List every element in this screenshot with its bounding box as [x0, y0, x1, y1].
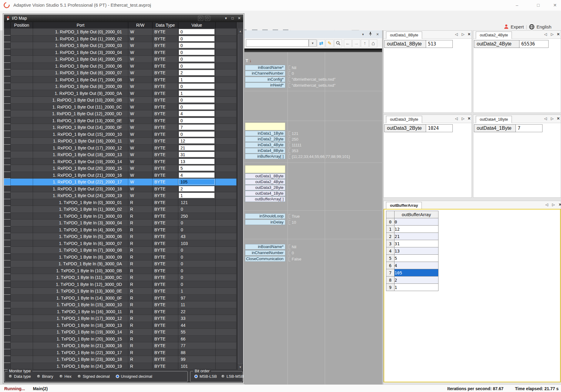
port-label-inbufferarray-[interactable]: inBufferArray[ ] — [245, 154, 285, 159]
up-icon[interactable]: ↑ — [361, 39, 369, 47]
io-map-scrollbar[interactable]: ▲ ▼ — [237, 28, 243, 370]
port-cell[interactable]: 1. RxPDO_1 Byte Out (14)_2000_0F — [33, 124, 128, 131]
io-map-row[interactable]: 1. RxPDO_1 Byte Out (18)_2000_13WBYTE31 — [4, 151, 237, 158]
value-input[interactable]: 0 — [179, 49, 215, 55]
buffer-row[interactable]: 221 — [386, 233, 438, 240]
port-label-inshouldloop[interactable]: inShouldLoop — [245, 213, 285, 219]
io-map-row[interactable]: 1. TxPDO_1 Byte In (20)_3000_15RBYTE66 — [4, 336, 237, 343]
row-selector[interactable] — [4, 308, 11, 315]
value-input[interactable]: 0 — [179, 29, 215, 35]
tab-close-icon[interactable]: ✕ — [555, 32, 561, 36]
port-cell[interactable]: 1. RxPDO_1 Byte Out (5)_2000_06 — [33, 63, 128, 70]
buffer-row[interactable]: 00 — [386, 218, 438, 226]
tab-outbufferarray[interactable]: outBufferArray — [386, 202, 422, 209]
row-selector[interactable] — [4, 226, 11, 233]
tab-outdata1_8byte[interactable]: outData1_8Byte — [386, 32, 422, 39]
port-cell[interactable]: 1. RxPDO_1 Byte Out (8)_2000_09 — [33, 83, 128, 90]
radio-msb-lsb[interactable]: MSB-LSB — [194, 374, 217, 379]
value-input[interactable]: 0 — [179, 63, 215, 69]
port-cell[interactable]: 1. RxPDO_1 Byte Out (2)_2000_03 — [33, 42, 128, 49]
io-map-row[interactable]: 1. TxPDO_1 Byte In (6)_3000_07RBYTE103 — [4, 240, 237, 247]
row-selector[interactable] — [4, 322, 11, 329]
value-input[interactable]: 4 — [179, 172, 215, 178]
io-map-row[interactable]: 1. TxPDO_1 Byte In (0)_3000_01RBYTE121 — [4, 199, 237, 206]
port-label-inchannelnumber[interactable]: inChannelNumber — [245, 250, 285, 256]
tab-next-icon[interactable]: ▷ — [549, 32, 555, 36]
row-selector[interactable] — [4, 165, 11, 172]
row-selector[interactable] — [4, 42, 11, 49]
value-input[interactable]: 0 — [179, 118, 215, 123]
buffer-value-cell[interactable]: 0 — [395, 218, 438, 226]
port-label-indata2-2byte[interactable]: inData2_2Byte — [245, 136, 285, 142]
buffer-row[interactable]: 331 — [386, 240, 438, 247]
io-map-row[interactable]: 1. TxPDO_1 Byte In (22)_3000_17RBYTE88 — [4, 349, 237, 356]
radio-icon[interactable] — [37, 374, 41, 378]
row-selector[interactable] — [4, 186, 11, 193]
column-header-blank[interactable] — [216, 22, 237, 28]
io-map-row[interactable]: 1. TxPDO_1 Byte In (8)_3000_09RBYTE0 — [4, 254, 237, 261]
io-map-row[interactable]: 1. RxPDO_1 Byte Out (15)_2000_10WBYTE0 — [4, 131, 237, 138]
io-map-row[interactable]: 1. RxPDO_1 Byte Out (12)_2000_0DWBYTE4 — [4, 110, 237, 117]
port-cell[interactable]: 1. TxPDO_1 Byte In (19)_3000_14 — [33, 329, 128, 336]
buffer-value-cell[interactable]: 4 — [395, 262, 438, 269]
language-button[interactable]: English — [536, 24, 551, 29]
io-map-titlebar[interactable]: I/O Map ▾ □ ✕ — [4, 15, 243, 22]
panel-close-icon[interactable]: ✕ — [375, 32, 380, 37]
io-map-row[interactable]: 1. RxPDO_1 Byte Out (8)_2000_09WBYTE0 — [4, 83, 237, 90]
row-selector[interactable] — [4, 267, 11, 274]
io-map-row[interactable]: 1. RxPDO_1 Byte Out (20)_2000_15WBYTE5 — [4, 165, 237, 172]
io-map-row[interactable]: 1. RxPDO_1 Byte Out (21)_2000_16WBYTE4 — [4, 172, 237, 179]
panel-menu-icon[interactable]: ▾ — [360, 32, 366, 37]
io-map-row[interactable]: 1. RxPDO_1 Byte Out (11)_2000_0CWBYTE0 — [4, 104, 237, 111]
row-selector[interactable] — [4, 206, 11, 213]
buffer-row[interactable]: 91 — [386, 284, 438, 291]
row-selector[interactable] — [4, 295, 11, 302]
row-selector[interactable] — [4, 69, 11, 76]
edit-icon[interactable]: ✎ — [326, 39, 334, 47]
value-input[interactable]: 0 — [179, 83, 215, 89]
filter-search-combobox[interactable] — [246, 39, 309, 47]
row-selector[interactable] — [4, 131, 11, 138]
row-selector[interactable] — [4, 219, 11, 226]
tab-next-icon[interactable]: ▷ — [460, 32, 466, 36]
port-cell[interactable]: 1. TxPDO_1 Byte In (21)_3000_16 — [33, 342, 128, 349]
value-input[interactable]: 1 — [179, 193, 215, 198]
row-selector[interactable] — [4, 124, 11, 131]
row-selector[interactable] — [4, 274, 11, 281]
row-selector[interactable] — [4, 151, 11, 158]
row-selector[interactable] — [4, 97, 11, 104]
port-label-outdata1-8byte[interactable]: outData1_8Byte — [245, 173, 285, 179]
port-cell[interactable]: 1. RxPDO_1 Byte Out (15)_2000_10 — [33, 131, 128, 138]
io-map-row[interactable]: 1. TxPDO_1 Byte In (13)_3000_0ERBYTE1 — [4, 288, 237, 295]
forward-icon[interactable]: → — [352, 39, 360, 47]
filter-header-box[interactable] — [245, 122, 285, 130]
buffer-value-cell[interactable]: 105 — [395, 269, 438, 276]
value-input[interactable]: 1 — [179, 90, 215, 96]
scroll-up-icon[interactable]: ▲ — [237, 28, 243, 34]
buffer-row[interactable]: 64 — [386, 262, 438, 269]
port-cell[interactable]: 1. RxPDO_1 Byte Out (22)_2000_17 — [33, 179, 128, 186]
port-cell[interactable]: 1. RxPDO_1 Byte Out (7)_2000_08 — [33, 76, 128, 83]
buffer-value-cell[interactable]: 5 — [395, 255, 438, 262]
port-cell[interactable]: 1. TxPDO_1 Byte In (2)_3000_03 — [33, 213, 128, 220]
row-selector[interactable] — [4, 349, 11, 356]
io-map-row[interactable]: 1. RxPDO_1 Byte Out (10)_2000_0BWBYTE0 — [4, 97, 237, 104]
row-selector[interactable] — [4, 356, 11, 363]
port-cell[interactable]: 1. RxPDO_1 Byte Out (20)_2000_15 — [33, 165, 128, 172]
port-cell[interactable]: 1. RxPDO_1 Byte Out (9)_2000_0A — [33, 90, 128, 97]
radio-icon[interactable] — [116, 374, 119, 378]
row-selector[interactable] — [4, 83, 11, 90]
port-cell[interactable]: 1. RxPDO_1 Byte Out (1)_2000_02 — [33, 35, 128, 42]
io-map-row[interactable]: 1. TxPDO_1 Byte In (17)_3000_12RBYTE33 — [4, 315, 237, 322]
port-label-inboardname-[interactable]: inBoardName* — [245, 244, 285, 250]
port-cell[interactable]: 1. TxPDO_1 Byte In (4)_3000_05 — [33, 226, 128, 233]
row-selector[interactable] — [4, 301, 11, 308]
io-map-row[interactable]: 1. RxPDO_1 Byte Out (2)_2000_03WBYTE0 — [4, 42, 237, 49]
filter-header-box[interactable] — [245, 165, 285, 173]
io-map-row[interactable]: 1. TxPDO_1 Byte In (2)_3000_03RBYTE250 — [4, 213, 237, 220]
port-label-indata3-4byte[interactable]: inData3_4Byte — [245, 142, 285, 148]
io-map-row[interactable]: 1. RxPDO_1 Byte Out (3)_2000_04WBYTE0 — [4, 49, 237, 56]
row-selector[interactable] — [4, 138, 11, 145]
scrollbar-thumb[interactable] — [238, 34, 243, 364]
row-selector[interactable] — [4, 49, 11, 56]
